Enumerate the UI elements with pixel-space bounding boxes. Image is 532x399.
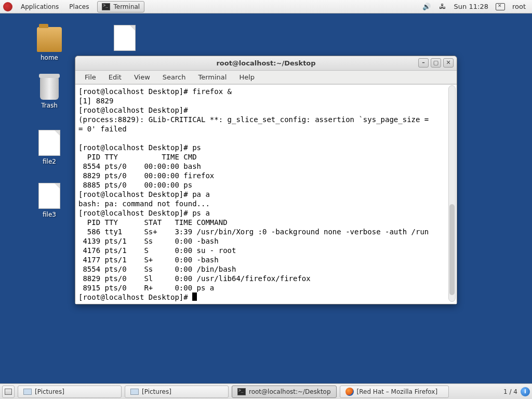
file-icon (114, 25, 136, 51)
window-menubar: File Edit View Search Terminal Help (75, 71, 457, 84)
icon-label: file2 (29, 158, 70, 165)
icon-label: Trash (29, 102, 70, 109)
scrollbar-thumb[interactable] (449, 204, 455, 295)
task-label: root@localhost:~/Desktop (249, 388, 331, 395)
terminal-output[interactable]: [root@localhost Desktop]# firefox & [1] … (75, 84, 457, 304)
task-terminal[interactable]: root@localhost:~/Desktop (232, 385, 337, 398)
info-icon[interactable]: i (521, 387, 530, 396)
menu-file[interactable]: File (79, 72, 101, 82)
task-label: [Red Hat – Mozilla Firefox] (357, 388, 438, 395)
trash-icon (40, 77, 59, 100)
menu-search[interactable]: Search (157, 72, 191, 82)
workspace-indicator[interactable]: 1 / 4 (503, 388, 517, 395)
top-panel: Applications Places Terminal 🔊 🖧 Sun 11:… (0, 0, 532, 14)
toppanel-task-terminal[interactable]: Terminal (97, 1, 144, 12)
folder-icon (37, 27, 62, 52)
show-desktop-button[interactable] (2, 385, 15, 398)
menu-places[interactable]: Places (64, 3, 94, 10)
bottom-panel: [Pictures] [Pictures] root@localhost:~/D… (0, 383, 532, 399)
volume-icon[interactable]: 🔊 (422, 3, 431, 10)
task-pictures-1[interactable]: [Pictures] (18, 385, 122, 398)
terminal-icon (102, 3, 110, 10)
image-icon (130, 389, 139, 395)
file-icon (38, 130, 60, 156)
desktop-icon-trash[interactable]: Trash (29, 77, 70, 109)
menu-edit[interactable]: Edit (103, 72, 127, 82)
scrollbar[interactable] (448, 85, 456, 302)
desktop-icon-unnamed[interactable] (104, 25, 145, 53)
menu-terminal[interactable]: Terminal (193, 72, 232, 82)
icon-label: file3 (29, 211, 70, 218)
window-titlebar[interactable]: root@localhost:~/Desktop – ▢ ✕ (75, 56, 457, 71)
close-button[interactable]: ✕ (443, 58, 454, 68)
icon-label: home (29, 54, 70, 61)
distro-icon (3, 2, 12, 11)
task-firefox[interactable]: [Red Hat – Mozilla Firefox] (340, 385, 449, 398)
menu-help[interactable]: Help (234, 72, 260, 82)
minimize-button[interactable]: – (418, 58, 429, 68)
terminal-icon (237, 388, 246, 395)
desktop-icon-file2[interactable]: file2 (29, 130, 70, 165)
task-pictures-2[interactable]: [Pictures] (125, 385, 229, 398)
maximize-button[interactable]: ▢ (431, 58, 441, 68)
image-icon (23, 389, 32, 395)
toppanel-task-label: Terminal (113, 3, 140, 10)
task-label: [Pictures] (142, 388, 171, 395)
menu-view[interactable]: View (129, 72, 155, 82)
terminal-window[interactable]: root@localhost:~/Desktop – ▢ ✕ File Edit… (75, 56, 457, 304)
logout-icon[interactable] (496, 3, 505, 10)
network-icon[interactable]: 🖧 (439, 3, 446, 10)
user-label[interactable]: root (512, 3, 526, 10)
desktop-icon-home[interactable]: home (29, 27, 70, 61)
window-title: root@localhost:~/Desktop (216, 59, 315, 67)
menu-applications[interactable]: Applications (16, 3, 64, 10)
file-icon (38, 183, 60, 209)
desktop-icon-file3[interactable]: file3 (29, 183, 70, 218)
task-label: [Pictures] (35, 388, 64, 395)
firefox-icon (345, 388, 354, 396)
clock[interactable]: Sun 11:28 (454, 3, 488, 10)
